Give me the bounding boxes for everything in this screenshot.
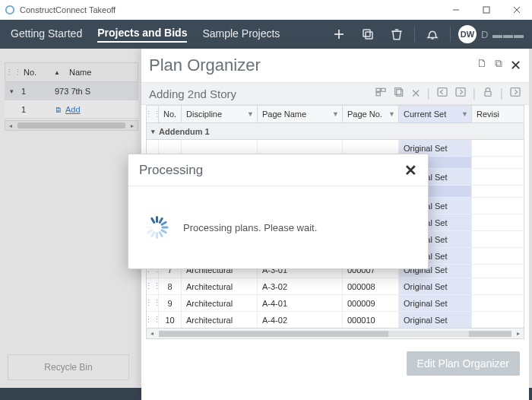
app-body: ⋮⋮ No.▲ Name ▾ 1 973 7th S 1 🗎Add ◂▸ Rec… [0,49,532,400]
window-title: ConstructConnect Takeoff [20,5,441,14]
grid-row[interactable]: ⋮⋮8ArchitecturalA-3-02000008Original Set [147,278,524,295]
window-close-button[interactable] [502,0,532,20]
svg-rect-15 [396,90,402,97]
grid-cell-discipline: Architectural [182,278,258,294]
svg-rect-2 [483,7,489,13]
svg-rect-12 [376,88,380,91]
loading-spinner-icon [145,216,168,239]
grid-cell-discipline: Architectural [182,295,258,311]
grid-cell-page-name: A-3-02 [258,278,343,294]
user-avatar[interactable]: DW [458,25,477,43]
lock-icon[interactable] [482,86,494,101]
separator: | [500,87,503,100]
col-header-discipline[interactable]: Discipline▼ [182,106,258,122]
col-header-no[interactable]: No. [159,106,182,122]
grid-row[interactable]: ⋮⋮10ArchitecturalA-4-02000010Original Se… [147,312,524,329]
nav-getting-started[interactable]: Getting Started [11,27,82,42]
prev-image-icon[interactable] [436,86,448,101]
main-navbar: Getting Started Projects and Bids Sample… [0,20,532,49]
filter-icon[interactable]: ▼ [247,110,254,118]
modal-message: Processing plans. Please wait. [183,222,317,233]
drag-handle-icon[interactable]: ⋮⋮ [147,295,159,311]
next-image-icon[interactable] [454,86,467,101]
duplicate-page-icon[interactable]: ⧉ [495,57,502,74]
svg-rect-17 [438,88,447,97]
svg-rect-14 [376,93,380,96]
group-label: Addendum 1 [159,127,210,136]
grid-header-row: ⋮⋮ No. Discipline▼ Page Name▼ Page No.▼ … [146,105,524,123]
grid-row[interactable]: ⋮⋮9ArchitecturalA-4-01000009Original Set [147,295,524,312]
col-header-page-name[interactable]: Page Name▼ [258,106,343,122]
close-panel-button[interactable]: ✕ [510,57,521,74]
svg-rect-16 [394,88,401,95]
drag-handle-icon[interactable]: ⋮⋮ [147,278,159,294]
drag-handle-icon[interactable]: ⋮⋮ [147,312,159,328]
grid-cell-no: 10 [159,312,182,328]
window-minimize-button[interactable] [441,0,471,20]
user-name-label: D ▬▬▬ [481,29,524,40]
svg-rect-7 [366,32,372,39]
grid-cell-current-set: Original Set [399,312,472,328]
grid-cell-no: 8 [159,278,182,294]
export-icon[interactable] [509,86,521,101]
modal-title: Processing [139,163,404,178]
new-page-icon[interactable]: 🗋 [477,57,487,74]
separator: | [427,87,430,100]
window-titlebar: ConstructConnect Takeoff [0,0,532,20]
grid-group-row[interactable]: ▾ Addendum 1 [147,123,524,140]
drag-handle-icon: ⋮⋮ [147,106,159,122]
collapse-caret-icon[interactable]: ▾ [147,128,159,135]
grid-horizontal-scrollbar[interactable]: ◂ ▸ [146,329,524,339]
filter-icon[interactable]: ▼ [332,110,339,118]
organize-icon[interactable] [375,86,387,101]
grid-cell-page-no: 000009 [343,295,399,311]
delete-button[interactable] [382,20,411,49]
app-icon [5,5,15,15]
svg-point-0 [6,6,14,14]
copy-icon[interactable] [393,86,405,101]
grid-cell-page-no: 000010 [343,312,399,328]
svg-rect-20 [511,88,520,97]
grid-cell-page-no: 000008 [343,278,399,294]
window-maximize-button[interactable] [471,0,502,20]
svg-rect-19 [485,91,491,96]
notifications-button[interactable] [418,20,447,49]
processing-modal: Processing ✕ Processing plans. Please wa… [128,154,429,269]
svg-rect-18 [456,88,465,97]
add-button[interactable] [325,20,353,49]
svg-rect-8 [363,30,370,37]
grid-cell-no: 9 [159,295,182,311]
filter-icon[interactable]: ▼ [388,110,395,118]
nav-sample-projects[interactable]: Sample Projects [202,27,280,42]
panel-subtitle: Adding 2nd Story [149,87,375,100]
col-header-current-set[interactable]: Current Set▼ [399,106,472,122]
col-header-page-no[interactable]: Page No.▼ [343,106,399,122]
copy-button[interactable] [353,20,382,49]
grid-cell-page-name: A-4-01 [258,295,343,311]
nav-projects-and-bids[interactable]: Projects and Bids [97,27,187,43]
modal-close-button[interactable]: ✕ [404,161,417,179]
col-header-revision[interactable]: Revisi [472,106,524,122]
delete-icon[interactable]: ✕ [411,87,421,100]
grid-cell-current-set: Original Set [399,278,472,294]
edit-plan-organizer-button[interactable]: Edit Plan Organizer [407,351,520,376]
panel-title: Plan Organizer [149,56,477,75]
scroll-right-icon[interactable]: ▸ [513,330,524,337]
scroll-left-icon[interactable]: ◂ [147,330,157,337]
svg-rect-13 [381,88,385,91]
filter-icon[interactable]: ▼ [461,110,468,118]
grid-cell-page-name: A-4-02 [258,312,343,328]
separator: | [473,87,476,100]
grid-cell-current-set: Original Set [399,295,472,311]
grid-cell-discipline: Architectural [182,312,258,328]
